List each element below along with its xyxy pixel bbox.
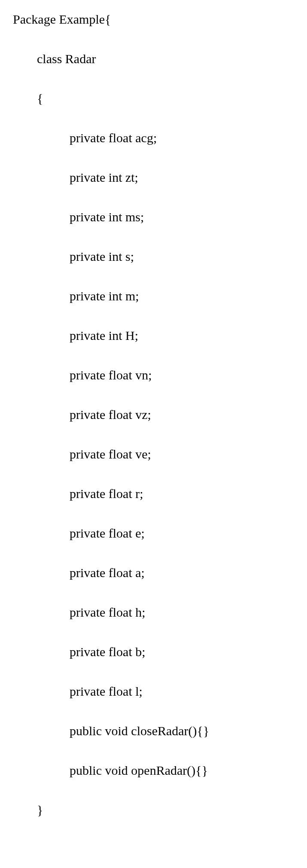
- code-line: private float h;: [13, 606, 298, 619]
- code-line: public void openRadar(){}: [13, 764, 298, 777]
- code-line: private int s;: [13, 250, 298, 263]
- code-line: private int zt;: [13, 171, 298, 184]
- code-line: private float b;: [13, 645, 298, 658]
- code-line: private float r;: [13, 487, 298, 500]
- code-line: }: [13, 804, 298, 816]
- code-line: class Radar: [13, 52, 298, 65]
- code-line: private float vn;: [13, 369, 298, 382]
- code-line: private float ve;: [13, 448, 298, 461]
- code-line: private float a;: [13, 566, 298, 579]
- code-line: public void closeRadar(){}: [13, 724, 298, 737]
- code-line: private int H;: [13, 329, 298, 342]
- code-line: private int m;: [13, 290, 298, 303]
- code-line: private float e;: [13, 527, 298, 540]
- code-line: private int ms;: [13, 211, 298, 223]
- code-line: private float vz;: [13, 408, 298, 421]
- code-line: Package Example{: [13, 13, 298, 26]
- code-line: private float l;: [13, 685, 298, 698]
- code-document: Package Example{ class Radar { private f…: [0, 0, 307, 868]
- code-line: private float acg;: [13, 131, 298, 144]
- code-line: {: [13, 92, 298, 105]
